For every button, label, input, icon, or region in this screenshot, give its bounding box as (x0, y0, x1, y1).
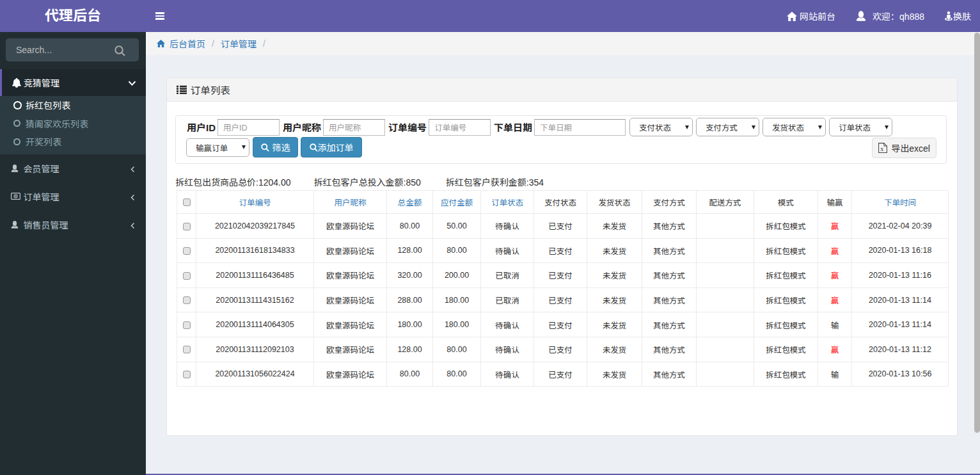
svg-text:x: x (880, 145, 883, 152)
